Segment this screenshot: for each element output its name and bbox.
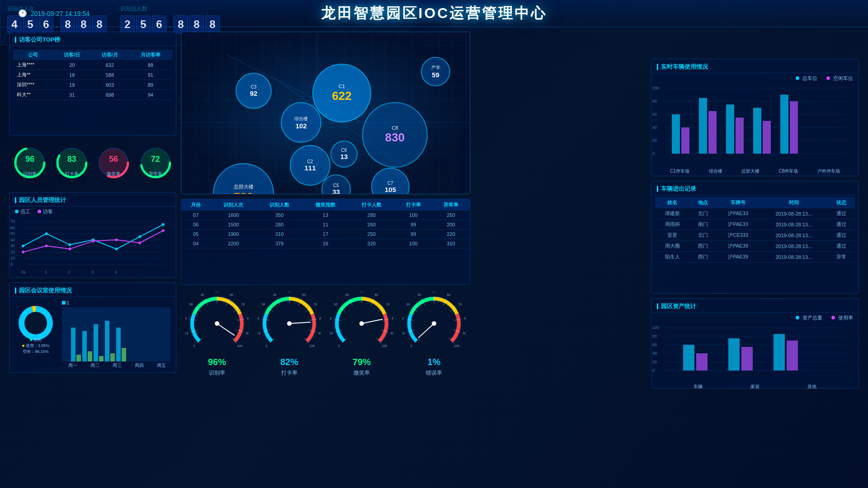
gauge-3: 1%错误率 bbox=[402, 292, 466, 377]
record-row: 陌生人西门沪PAE392019-08-28:13...异常 bbox=[655, 252, 855, 263]
gauge-label-2: 微笑率 bbox=[354, 369, 370, 377]
day-mon: 周一 bbox=[68, 362, 77, 369]
table-row: 上海****2063288 bbox=[13, 60, 172, 70]
header-time: 🕐 2019-09-27 14:19:54 bbox=[18, 9, 90, 18]
personnel-legend: 员工 访客 bbox=[9, 206, 176, 217]
personnel-title: 园区人员管理统计 bbox=[9, 192, 176, 206]
meeting-panel: 园区会议室使用情况 ■ 空闲 ■ 使用：3.85% 空闲：96.15% 1 周一… bbox=[9, 282, 176, 373]
vehicle-cat: 综合楼 bbox=[709, 168, 722, 174]
col-header: 月份 bbox=[181, 199, 210, 211]
gauge-value-0: 96% bbox=[208, 357, 226, 367]
day-tue: 周二 bbox=[90, 362, 99, 369]
vehicle-records-title: 车辆进出记录 bbox=[651, 181, 859, 195]
rec-col: 车牌号 bbox=[717, 197, 760, 208]
monthly-row: 07160035013280100250 bbox=[181, 211, 470, 220]
building-C8[interactable]: C8 830 bbox=[362, 102, 428, 168]
donut-container: ■ 空闲 ■ 使用：3.85% 空闲：96.15% bbox=[13, 300, 58, 355]
metric-circle-0: 96 识别率 bbox=[12, 145, 48, 181]
col-daily: 访客/日 bbox=[53, 50, 91, 60]
gauge-2: 79%微笑率 bbox=[330, 292, 393, 377]
dashboard: 🕐 2019-09-27 14:19:54 龙田智慧园区IOC运营管理中心 识别… bbox=[0, 0, 868, 488]
metric-circle-1: 83 打卡率 bbox=[54, 145, 90, 181]
building-C1[interactable]: C1 622 bbox=[312, 64, 371, 122]
vehicle-records-table: 姓名地点车牌号时间状态 谭建新北门沪PAE332019-08-28:13...通… bbox=[655, 197, 855, 263]
gauge-canvas-0 bbox=[185, 292, 249, 355]
visitor-company-panel: 访客公司TOP榜 公司 访客/日 访客/月 月访客率 上海****2063288… bbox=[9, 32, 176, 136]
col-header: 识别人次 bbox=[210, 199, 256, 211]
col-header: 打卡率 bbox=[395, 199, 432, 211]
page-title: 龙田智慧园区IOC运营管理中心 bbox=[321, 4, 547, 23]
clock-icon: 🕐 bbox=[18, 9, 27, 18]
monthly-row: 0615002801126099200 bbox=[181, 220, 470, 230]
asset-categories: 车辆家居其他 bbox=[651, 384, 859, 390]
day-wed: 周三 bbox=[113, 362, 122, 369]
donut-labels: ■ 空闲 ■ 使用：3.85% 空闲：96.15% bbox=[13, 337, 58, 355]
vehicle-chart-panel: 实时车辆使用情况 总车位 空闲车位 C1停车场综合楼总部大楼C8停车场户外停车场 bbox=[651, 59, 859, 176]
gauge-value-1: 82% bbox=[280, 357, 298, 367]
vehicle-records-content: 姓名地点车牌号时间状态 谭建新北门沪PAE332019-08-28:13...通… bbox=[651, 195, 859, 264]
record-row: 谭建新北门沪PAE332019-08-28:13...通过 bbox=[655, 208, 855, 219]
rec-col: 状态 bbox=[828, 197, 855, 208]
legend-asset-total: 资产总量 bbox=[796, 314, 822, 321]
table-row: 科大**3169894 bbox=[13, 90, 172, 100]
vehicle-chart-title: 实时车辆使用情况 bbox=[651, 59, 859, 73]
day-fri: 周五 bbox=[157, 362, 166, 369]
record-row: 周大圈西门沪PAE392019-08-28:13...通过 bbox=[655, 241, 855, 252]
monthly-row: 0519003101725099220 bbox=[181, 230, 470, 239]
gauge-label-3: 错误率 bbox=[426, 369, 442, 377]
donut-empty-pct: 空闲：96.15% bbox=[13, 349, 58, 355]
meeting-legend: 1 bbox=[62, 300, 172, 305]
rec-col: 时间 bbox=[760, 197, 828, 208]
vehicle-categories: C1停车场综合楼总部大楼C8停车场户外停车场 bbox=[651, 168, 859, 174]
gauge-label-1: 打卡率 bbox=[281, 369, 297, 377]
asset-legend: 资产总量 使用率 bbox=[651, 313, 859, 323]
asset-title: 园区资产统计 bbox=[651, 299, 859, 313]
metrics-row: 96 识别率 83 打卡率 56 微笑率 72 异常率 bbox=[9, 140, 176, 185]
legend-total: 总车位 bbox=[796, 75, 817, 82]
table-row: 深圳****1960389 bbox=[13, 80, 172, 90]
col-company: 公司 bbox=[13, 50, 53, 60]
gauge-canvas-1 bbox=[258, 292, 321, 355]
asset-cat: 家居 bbox=[750, 384, 760, 390]
col-header: 识别人数 bbox=[256, 199, 302, 211]
map-panel: C3 92 综合楼 102 C1 622 产学 59 C2 111 C6 13 … bbox=[181, 32, 470, 194]
personnel-chart bbox=[9, 217, 168, 276]
gauges-row: 96%识别率82%打卡率79%微笑率1%错误率 bbox=[181, 289, 470, 380]
monthly-row: 04220037916320100310 bbox=[181, 239, 470, 249]
legend-empty: 空闲车位 bbox=[826, 75, 853, 82]
legend-visitor: 访客 bbox=[38, 208, 53, 215]
table-row: 上海**1858891 bbox=[13, 70, 172, 80]
day-thu: 周四 bbox=[135, 362, 144, 369]
gauge-value-3: 1% bbox=[428, 357, 441, 367]
metric-circle-3: 72 异常率 bbox=[137, 145, 174, 181]
meeting-content: ■ 空闲 ■ 使用：3.85% 空闲：96.15% 1 周一 周二 周三 周四 … bbox=[9, 297, 176, 372]
metric-circle-2: 56 微笑率 bbox=[95, 145, 132, 181]
gauge-label-0: 识别率 bbox=[209, 369, 225, 377]
vehicle-cat: C8停车场 bbox=[778, 168, 798, 174]
building-综合楼[interactable]: 综合楼 102 bbox=[281, 102, 321, 143]
building-C3[interactable]: C3 92 bbox=[236, 73, 272, 109]
gauge-canvas-3 bbox=[402, 292, 466, 355]
rec-col: 地点 bbox=[690, 197, 717, 208]
col-header: 打卡人数 bbox=[349, 199, 395, 211]
col-header: 异常率 bbox=[432, 199, 470, 211]
meeting-title: 园区会议室使用情况 bbox=[9, 283, 176, 297]
vehicle-records-panel: 车辆进出记录 姓名地点车牌号时间状态 谭建新北门沪PAE332019-08-28… bbox=[651, 181, 859, 294]
asset-chart-canvas bbox=[651, 323, 850, 382]
gauge-canvas-2 bbox=[330, 292, 393, 355]
gauge-1: 82%打卡率 bbox=[258, 292, 321, 377]
header: 🕐 2019-09-27 14:19:54 龙田智慧园区IOC运营管理中心 bbox=[0, 0, 868, 27]
legend-asset-usage: 使用率 bbox=[831, 314, 853, 321]
gauge-0: 96%识别率 bbox=[185, 292, 249, 377]
meeting-bar-chart: 1 周一 周二 周三 周四 周五 bbox=[62, 300, 172, 369]
asset-panel: 园区资产统计 资产总量 使用率 车辆家居其他 bbox=[651, 298, 859, 389]
record-row: 雷君北门沪CE3332019-08-28:13...通过 bbox=[655, 230, 855, 241]
donut-empty-label: ■ 空闲 bbox=[13, 337, 58, 343]
col-monthly: 访客/月 bbox=[91, 50, 129, 60]
building-产学[interactable]: 产学 59 bbox=[421, 57, 450, 86]
donut-used-label: ■ 使用：3.85% bbox=[13, 343, 58, 349]
meeting-bar-chart-canvas bbox=[62, 307, 170, 361]
building-C6[interactable]: C6 13 bbox=[330, 141, 358, 168]
vehicle-chart-canvas bbox=[651, 84, 850, 167]
vehicle-cat: 总部大楼 bbox=[741, 168, 760, 174]
